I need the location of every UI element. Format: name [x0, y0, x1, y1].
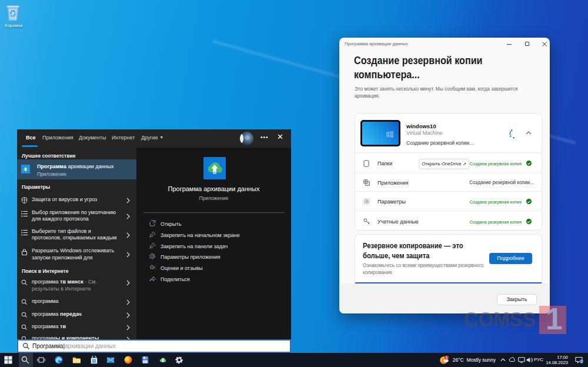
- svg-text:1: 1: [446, 356, 448, 360]
- svg-text:2: 2: [580, 359, 583, 363]
